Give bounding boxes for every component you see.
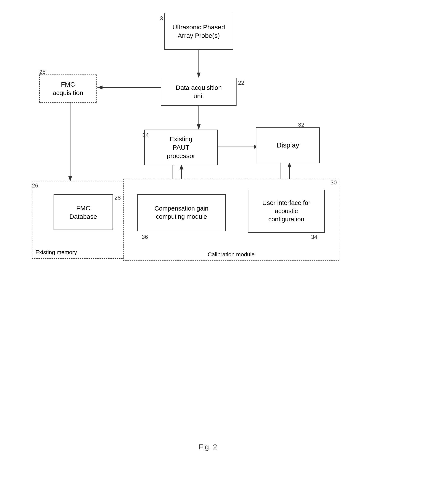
fmc-acq-number: 25 [39, 69, 46, 75]
fmc-db-number: 28 [114, 194, 121, 201]
calibration-module-number: 30 [330, 179, 337, 186]
fmc-acq-label: FMCacquisition [53, 80, 83, 97]
paut-box: ExistingPAUTprocessor [144, 130, 218, 165]
fmc-db-label: FMCDatabase [69, 204, 97, 221]
display-number: 32 [298, 121, 304, 128]
paut-label: ExistingPAUTprocessor [167, 135, 195, 160]
display-box: Display [256, 127, 320, 163]
probe-box: Ultrasonic Phased Array Probe(s) [164, 13, 233, 50]
comp-gain-box: Compensation gaincomputing module [137, 194, 226, 231]
figure-caption: Fig. 2 [199, 443, 217, 451]
existing-memory-number: 26 [32, 182, 38, 189]
user-interface-number: 34 [311, 234, 317, 240]
data-acq-number: 22 [238, 80, 244, 86]
probe-number: 3 [160, 15, 163, 22]
diagram-container: Ultrasonic Phased Array Probe(s) 3 Data … [0, 0, 448, 479]
display-label: Display [276, 141, 299, 150]
user-interface-box: User interface foracousticconfiguration [248, 190, 325, 233]
calibration-module-label: Calibration module [208, 251, 255, 258]
fmc-acq-box: FMCacquisition [39, 74, 97, 103]
fmc-db-box: FMCDatabase [53, 194, 113, 230]
data-acq-label: Data acquisitionunit [176, 83, 222, 100]
data-acq-box: Data acquisitionunit [161, 78, 236, 106]
comp-gain-label: Compensation gaincomputing module [154, 205, 208, 221]
comp-gain-number: 36 [142, 234, 148, 240]
user-interface-label: User interface foracousticconfiguration [262, 199, 310, 223]
probe-label: Ultrasonic Phased Array Probe(s) [165, 23, 233, 40]
paut-number: 24 [143, 132, 149, 139]
existing-memory-label: Existing memory [35, 249, 77, 256]
